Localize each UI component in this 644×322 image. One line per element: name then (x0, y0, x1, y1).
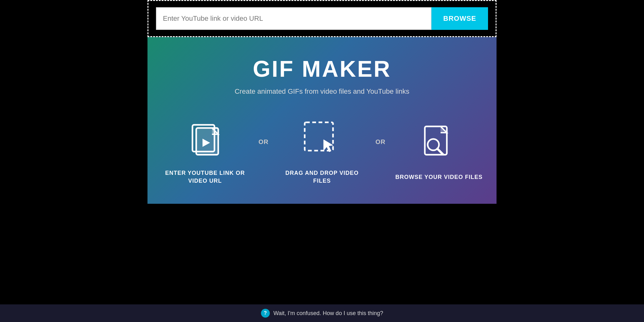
option-dragdrop: DRAG AND DROP VIDEO FILES (278, 118, 366, 185)
help-icon[interactable]: ? (261, 309, 270, 318)
youtube-label: ENTER YOUTUBE LINK OR VIDEO URL (165, 169, 245, 185)
option-youtube: ENTER YOUTUBE LINK OR VIDEO URL (161, 118, 249, 185)
svg-line-7 (437, 149, 443, 154)
url-input[interactable] (156, 7, 431, 30)
browse-label: BROWSE YOUR VIDEO FILES (395, 173, 483, 181)
app-container: BROWSE GIF MAKER Create animated GIFs fr… (147, 0, 497, 204)
option-browse: BROWSE YOUR VIDEO FILES (395, 122, 483, 181)
browse-button[interactable]: BROWSE (431, 7, 488, 30)
video-file-icon (183, 118, 227, 162)
search-file-icon (417, 122, 461, 166)
drag-drop-icon (300, 118, 344, 162)
main-area: GIF MAKER Create animated GIFs from vide… (147, 37, 497, 204)
svg-marker-4 (324, 140, 333, 152)
app-title: GIF MAKER (253, 56, 391, 82)
or-separator-1: OR (258, 138, 269, 146)
app-subtitle: Create animated GIFs from video files an… (235, 87, 409, 96)
options-row: ENTER YOUTUBE LINK OR VIDEO URL OR DRAG … (160, 118, 484, 185)
or-separator-2: OR (375, 138, 386, 146)
bottom-bar: ? Wait, I'm confused. How do I use this … (0, 304, 644, 322)
url-section: BROWSE (147, 0, 497, 37)
dragdrop-label: DRAG AND DROP VIDEO FILES (285, 169, 358, 185)
help-text[interactable]: Wait, I'm confused. How do I use this th… (274, 310, 383, 317)
